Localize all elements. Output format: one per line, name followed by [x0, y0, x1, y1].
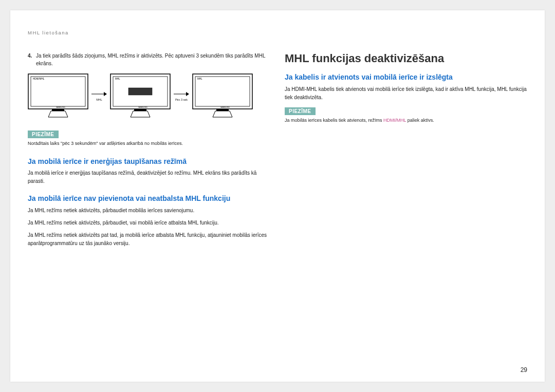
note-badge-right: PIEZĪME: [285, 107, 316, 115]
page-number: 29: [521, 366, 527, 374]
svg-rect-1: [31, 77, 85, 106]
svg-text:SAMSUNG: SAMSUNG: [138, 106, 147, 108]
monitor-2-label: MHL: [115, 78, 120, 80]
item-number: 4.: [28, 52, 36, 67]
item-text: Ja tiek parādīts šāds ziņojums, MHL režī…: [36, 52, 270, 67]
monitor-3-label: MHL: [197, 78, 202, 80]
arrow-2-label: Pēc 3 sek: [174, 98, 189, 101]
svg-text:SAMSUNG: SAMSUNG: [56, 106, 65, 108]
note-right-post: paliek aktīvs.: [406, 118, 434, 123]
svg-rect-16: [216, 109, 229, 111]
svg-rect-8: [128, 88, 152, 95]
content-columns: 4. Ja tiek parādīts šāds ziņojums, MHL r…: [28, 52, 527, 252]
arrow-1-label: MHL: [91, 98, 107, 101]
body-energy: Ja mobilā ierīce ir enerģijas taupīšanas…: [28, 169, 270, 185]
arrow-1: MHL: [91, 91, 107, 101]
section-heading: MHL funkcijas deaktivizēšana: [285, 52, 527, 65]
svg-rect-3: [52, 109, 64, 111]
svg-rect-14: [195, 77, 250, 106]
document-page: MHL lietošana 4. Ja tiek parādīts šāds z…: [10, 10, 545, 382]
right-column: MHL funkcijas deaktivizēšana Ja kabelis …: [285, 52, 527, 252]
body-nc-1: Ja MHL režīms netiek aktivizēts, pārbaud…: [28, 207, 270, 215]
note-text-left: Norādītais laiks "pēc 3 sekundēm" var at…: [28, 140, 270, 147]
breadcrumb: MHL lietošana: [28, 30, 527, 35]
numbered-item: 4. Ja tiek parādīts šāds ziņojums, MHL r…: [28, 52, 270, 67]
note-badge-left: PIEZĪME: [28, 130, 59, 138]
monitor-3: MHL SAMSUNG: [192, 73, 253, 120]
arrow-2: Pēc 3 sek: [174, 91, 189, 101]
left-column: 4. Ja tiek parādīts šāds ziņojums, MHL r…: [28, 52, 270, 252]
note-right-pink: HDMI/MHL: [383, 118, 406, 123]
monitor-1: HDMI/MHL SAMSUNG: [28, 73, 88, 120]
svg-rect-10: [134, 109, 146, 111]
body-nc-2: Ja MHL režīms netiek aktivizēts, pārbaud…: [28, 219, 270, 227]
note-text-right: Ja mobilās ierīces kabelis tiek atvienot…: [285, 117, 527, 124]
svg-marker-5: [104, 92, 107, 96]
monitor-diagram: HDMI/MHL SAMSUNG MHL: [28, 73, 270, 120]
svg-marker-12: [186, 92, 189, 96]
body-cable: Ja HDMI-MHL kabelis tiek atvienots vai m…: [285, 85, 527, 102]
svg-text:SAMSUNG: SAMSUNG: [220, 106, 230, 108]
body-nc-3: Ja MHL režīms netiek aktivizēts pat tad,…: [28, 231, 270, 248]
note-right-pre: Ja mobilās ierīces kabelis tiek atvienot…: [285, 118, 383, 123]
monitor-1-label: HDMI/MHL: [33, 78, 45, 80]
sub-heading-not-connected: Ja mobilā ierīce nav pievienota vai neat…: [28, 194, 270, 203]
sub-heading-energy: Ja mobilā ierīce ir enerģijas taupīšanas…: [28, 157, 270, 166]
sub-heading-cable: Ja kabelis ir atvienots vai mobilā ierīc…: [285, 72, 527, 82]
monitor-2: MHL SAMSUNG: [110, 73, 171, 120]
